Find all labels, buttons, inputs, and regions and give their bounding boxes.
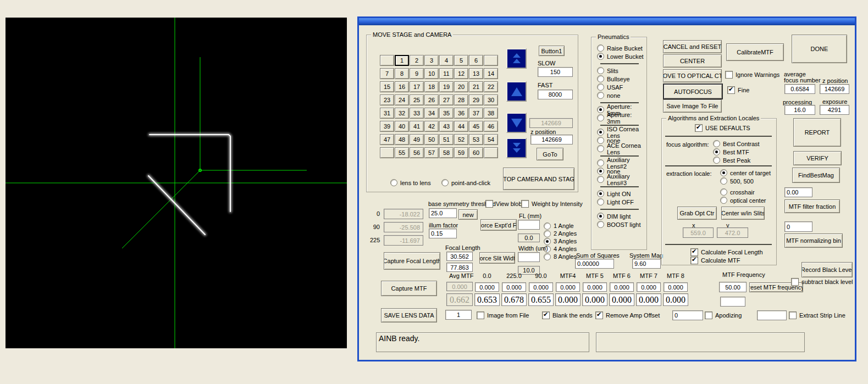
move-to-optical-ctr-button[interactable]: MOVE TO OPTICAL CTR xyxy=(663,69,722,82)
stage-button-25[interactable]: 25 xyxy=(410,94,424,105)
stage-button-22[interactable]: 22 xyxy=(484,81,498,92)
angle-count-radio-3-angles-circle[interactable] xyxy=(544,238,551,245)
stage-button-8[interactable]: 8 xyxy=(395,68,409,79)
stage-button-49[interactable]: 49 xyxy=(410,134,424,145)
pneumatics-g2-radio-slits[interactable]: Slits xyxy=(597,66,646,75)
stage-button-47[interactable]: 47 xyxy=(380,134,394,145)
remove-amp-offset-checkbox-box[interactable] xyxy=(595,311,603,319)
stage-button-58[interactable]: 58 xyxy=(439,147,454,158)
force-exptd-fl-button[interactable]: Force Expt'd FL xyxy=(480,219,517,231)
pneumatics-g2-radio-usaf[interactable]: USAF xyxy=(597,83,646,91)
goto-button[interactable]: GoTo xyxy=(537,148,563,160)
stage-button-29[interactable]: 29 xyxy=(469,94,483,105)
verify-button[interactable]: VERIFY xyxy=(793,151,842,165)
focus-algorithm-radio-best-peak[interactable]: Best Peak xyxy=(713,156,760,164)
strip-input[interactable] xyxy=(757,310,787,320)
lens-to-lens-radio-circle[interactable] xyxy=(390,179,397,186)
stage-button-56[interactable]: 56 xyxy=(410,147,424,158)
stage-button-blank[interactable] xyxy=(380,147,394,158)
stage-button-blank[interactable] xyxy=(484,147,498,158)
stage-button-33[interactable]: 33 xyxy=(410,108,424,119)
calculate-mtf-checkbox[interactable]: Calculate MTF xyxy=(690,257,740,264)
view-blobs-checkbox-box[interactable] xyxy=(485,200,493,208)
stage-button-7[interactable]: 7 xyxy=(380,68,394,79)
stage-button-50[interactable]: 50 xyxy=(424,134,439,145)
weight-by-intensity-checkbox-box[interactable] xyxy=(521,200,529,208)
offset-input[interactable]: 0 xyxy=(672,310,703,320)
stage-button-55[interactable]: 55 xyxy=(395,147,409,158)
camera-view[interactable] xyxy=(5,18,347,348)
ignore-warnings-checkbox-box[interactable] xyxy=(725,71,733,79)
fine-checkbox[interactable]: Fine xyxy=(727,86,749,94)
pneumatics-g4-radio-ace-cornea-lens-circle[interactable] xyxy=(597,145,604,152)
stage-button-45[interactable]: 45 xyxy=(469,121,483,132)
angle-count-radio-4-angles[interactable]: 4 Angles xyxy=(544,245,577,253)
weight-by-intensity-checkbox[interactable]: Weight by Intensity xyxy=(521,200,583,208)
stage-button-28[interactable]: 28 xyxy=(454,94,468,105)
mtf-filter-fraction-button[interactable]: MTF filter fraction xyxy=(784,199,840,213)
stage-button-13[interactable]: 13 xyxy=(469,68,483,79)
stage-button-24[interactable]: 24 xyxy=(395,94,409,105)
pneumatics-g2-radio-slits-circle[interactable] xyxy=(597,67,604,74)
pneumatics-g1-radio-lower-bucket[interactable]: Lower Bucket xyxy=(597,52,646,60)
mtf-frequency-input[interactable]: 50.00 xyxy=(719,282,747,292)
focus-algorithm-radio-best-mtf[interactable]: Best MTF xyxy=(713,148,760,156)
stage-button-19[interactable]: 19 xyxy=(439,81,454,92)
stage-button-5[interactable]: 5 xyxy=(454,55,468,66)
extraction-locale-radio-center-of-target-circle[interactable] xyxy=(720,169,727,176)
angle-count-radio-2-angles-circle[interactable] xyxy=(544,230,551,237)
stage-double-down-button[interactable] xyxy=(506,138,527,158)
slow-input[interactable]: 150 xyxy=(538,67,573,77)
remove-amp-offset-checkbox[interactable]: Remove Amp Offset xyxy=(595,311,660,319)
pneumatics-g2-radio-bullseye[interactable]: Bullseye xyxy=(597,75,646,83)
use-defaults-checkbox[interactable]: USE DEFAULTS xyxy=(695,124,750,132)
stage-button-53[interactable]: 53 xyxy=(469,134,483,145)
stage-button-blank[interactable] xyxy=(484,55,498,66)
pneumatics-g6-radio-light-on-circle[interactable] xyxy=(597,190,604,197)
stage-button-37[interactable]: 37 xyxy=(469,108,483,119)
save-lens-data-button[interactable]: SAVE LENS DATA xyxy=(381,308,437,322)
mtf-normalizing-bin-button[interactable]: MTF normalizing bin xyxy=(784,233,843,248)
angle-count-radio-2-angles[interactable]: 2 Angles xyxy=(544,230,577,237)
z-position-input[interactable]: 142669 xyxy=(530,135,573,144)
mtf-frequency-alt-input[interactable] xyxy=(720,297,745,307)
pneumatics-g3-radio-aperture-5mm-circle[interactable] xyxy=(597,106,604,113)
mtf-filter-fraction-input[interactable]: 0.00 xyxy=(784,187,812,197)
calculate-mtf-checkbox-box[interactable] xyxy=(690,257,698,264)
angle-count-radio-3-angles[interactable]: 3 Angles xyxy=(544,237,577,245)
image-from-file-checkbox-box[interactable] xyxy=(477,311,484,319)
view-blobs-checkbox[interactable]: View blobs xyxy=(485,200,525,208)
stage-button-54[interactable]: 54 xyxy=(484,134,498,145)
blank-the-ends-checkbox-box[interactable] xyxy=(542,311,550,319)
stage-button-57[interactable]: 57 xyxy=(424,147,439,158)
pneumatics-g5-radio-auxiliary-lens-2-circle[interactable] xyxy=(597,159,604,166)
pneumatics-g4-radio-ace-cornea-lens[interactable]: ACE Cornea Lens xyxy=(597,144,646,153)
stage-button-43[interactable]: 43 xyxy=(439,121,454,132)
stage-button-26[interactable]: 26 xyxy=(424,94,439,105)
stage-button-41[interactable]: 41 xyxy=(410,121,424,132)
calibrate-mtf-button[interactable]: CalibrateMTF xyxy=(726,43,784,61)
stage-button-52[interactable]: 52 xyxy=(454,134,468,145)
pneumatics-g4-radio-iso-cornea-lens-circle[interactable] xyxy=(597,129,604,136)
pneumatics-g1-radio-raise-bucket-circle[interactable] xyxy=(597,44,604,52)
stage-button-40[interactable]: 40 xyxy=(395,121,409,132)
stage-button-10[interactable]: 10 xyxy=(424,68,439,79)
stage-button-15[interactable]: 15 xyxy=(380,81,394,92)
dialog-title-bar[interactable] xyxy=(359,18,855,25)
stage-button-34[interactable]: 34 xyxy=(424,108,439,119)
extraction-locale-radio-center-of-target[interactable]: center of target xyxy=(720,169,771,177)
pneumatics-g5-radio-auxiliary-lens-3-circle[interactable] xyxy=(597,176,604,183)
blank-the-ends-checkbox[interactable]: Blank the ends xyxy=(542,311,593,319)
stage-button-39[interactable]: 39 xyxy=(380,121,394,132)
report-button[interactable]: REPORT xyxy=(793,118,841,147)
stage-button-2[interactable]: 2 xyxy=(410,55,424,66)
grab-opt-ctr-button[interactable]: Grab Opt Ctr xyxy=(677,207,717,220)
autofocus-button[interactable]: AUTOFOCUS xyxy=(663,84,723,99)
angle-count-radio-8-angles[interactable]: 8 Angles xyxy=(544,253,577,260)
capture-focal-length-button[interactable]: Capture Focal Length xyxy=(384,252,440,270)
apodizing-checkbox-box[interactable] xyxy=(705,311,712,319)
stage-button-9[interactable]: 9 xyxy=(410,68,424,79)
stage-button-20[interactable]: 20 xyxy=(454,81,468,92)
stage-button-48[interactable]: 48 xyxy=(395,134,409,145)
stop-camera-and-stage-button[interactable]: STOP CAMERA AND STAGE xyxy=(503,168,574,190)
